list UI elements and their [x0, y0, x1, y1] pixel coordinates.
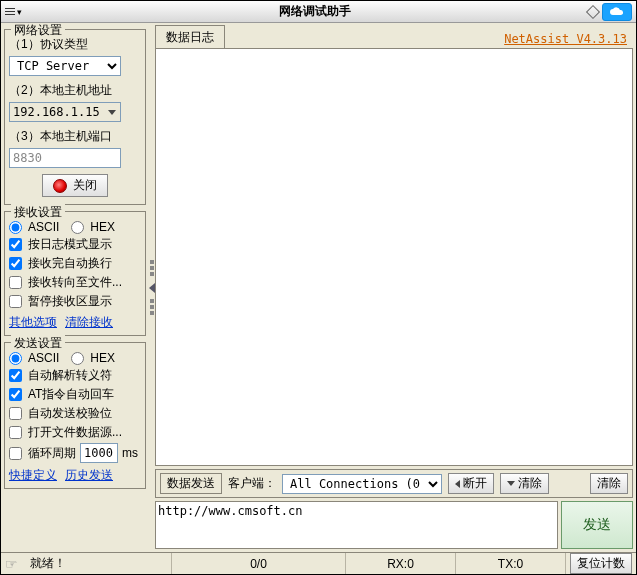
recv-hex-radio[interactable] — [71, 221, 84, 234]
recv-c4[interactable] — [9, 295, 22, 308]
titlebar: ▾ 网络调试助手 — [1, 1, 636, 23]
statusbar: ☞ 就绪！ 0/0 RX:0 TX:0 复位计数 — [1, 552, 636, 574]
network-group: 网络设置 （1）协议类型 TCP Server （2）本地主机地址 （3）本地主… — [4, 29, 146, 205]
send-ascii-radio[interactable] — [9, 352, 22, 365]
recv-group: 接收设置 ASCII HEX 按日志模式显示 接收完自动换行 接收转向至文件..… — [4, 211, 146, 336]
send-legend: 发送设置 — [11, 335, 65, 352]
tab-log[interactable]: 数据日志 — [155, 25, 225, 48]
arrow-left-icon — [455, 480, 460, 488]
clear-r-button[interactable]: 清除 — [590, 473, 628, 494]
recv-c3[interactable] — [9, 276, 22, 289]
log-area[interactable] — [155, 48, 633, 466]
hand-icon: ☞ — [1, 556, 22, 572]
disconnect-button[interactable]: 断开 — [448, 473, 494, 494]
left-panel: 网络设置 （1）协议类型 TCP Server （2）本地主机地址 （3）本地主… — [1, 23, 149, 552]
recv-ascii-radio[interactable] — [9, 221, 22, 234]
recv-legend: 接收设置 — [11, 204, 65, 221]
status-ratio: 0/0 — [250, 557, 267, 571]
chevron-down-icon[interactable] — [108, 110, 116, 115]
send-hex-radio[interactable] — [71, 352, 84, 365]
send-button[interactable]: 发送 — [561, 501, 633, 549]
close-button[interactable]: 关闭 — [42, 174, 108, 197]
clear-l-button[interactable]: 清除 — [500, 473, 549, 494]
menu-icon[interactable] — [5, 8, 15, 16]
send-c2[interactable] — [9, 388, 22, 401]
right-panel: 数据日志 NetAssist V4.3.13 数据发送 客户端： All Con… — [155, 23, 636, 552]
loop-input[interactable] — [80, 443, 118, 463]
host-input[interactable] — [9, 102, 121, 122]
recv-other-link[interactable]: 其他选项 — [9, 314, 57, 331]
conn-select[interactable]: All Connections (0) — [282, 474, 442, 494]
reset-button[interactable]: 复位计数 — [570, 553, 632, 574]
version-link[interactable]: NetAssist V4.3.13 — [504, 32, 633, 48]
red-dot-icon — [53, 179, 67, 193]
port-label: （3）本地主机端口 — [9, 128, 141, 145]
send-loop-chk[interactable] — [9, 447, 22, 460]
port-input[interactable] — [9, 148, 121, 168]
recv-clear-link[interactable]: 清除接收 — [65, 314, 113, 331]
quick-link[interactable]: 快捷定义 — [9, 467, 57, 484]
window-title: 网络调试助手 — [41, 3, 588, 20]
status-tx: TX:0 — [498, 557, 523, 571]
network-legend: 网络设置 — [11, 23, 65, 39]
host-label: （2）本地主机地址 — [9, 82, 141, 99]
pin-icon[interactable] — [586, 4, 600, 18]
arrow-down-icon — [507, 481, 515, 486]
cloud-button[interactable] — [602, 3, 632, 21]
history-link[interactable]: 历史发送 — [65, 467, 113, 484]
send-textarea[interactable] — [155, 501, 558, 549]
dropdown-icon[interactable]: ▾ — [17, 7, 22, 17]
recv-c2[interactable] — [9, 257, 22, 270]
status-ready: 就绪！ — [30, 555, 66, 572]
send-c1[interactable] — [9, 369, 22, 382]
proto-select[interactable]: TCP Server — [9, 56, 121, 76]
status-rx: RX:0 — [387, 557, 414, 571]
send-c4[interactable] — [9, 426, 22, 439]
recv-c1[interactable] — [9, 238, 22, 251]
client-label: 客户端： — [228, 475, 276, 492]
send-c3[interactable] — [9, 407, 22, 420]
send-group: 发送设置 ASCII HEX 自动解析转义符 AT指令自动回车 自动发送校验位 … — [4, 342, 146, 489]
send-bar: 数据发送 客户端： All Connections (0) 断开 清除 清除 — [155, 469, 633, 498]
send-tab[interactable]: 数据发送 — [160, 473, 222, 494]
